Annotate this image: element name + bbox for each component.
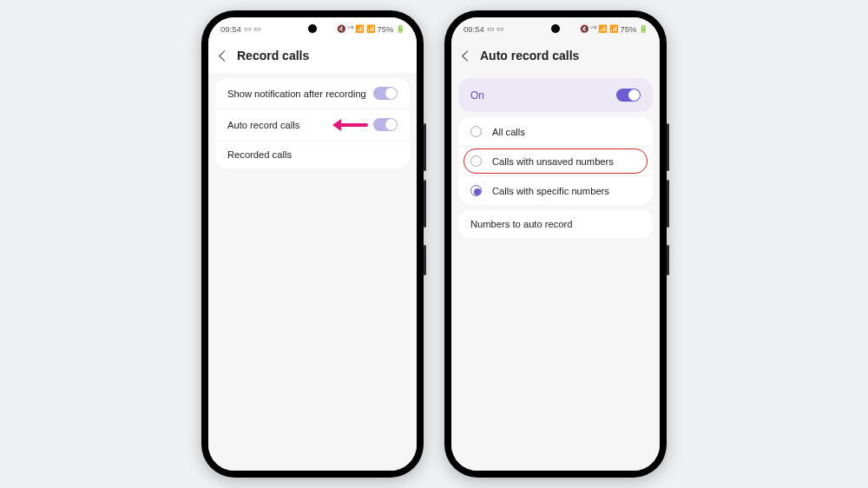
row-numbers-to-record[interactable]: Numbers to auto record (458, 210, 653, 238)
volte-icon: ᵛᵒ (347, 25, 353, 33)
volume-down-button (667, 180, 669, 228)
row-label: Auto record calls (227, 120, 299, 130)
volume-up-button (667, 123, 669, 171)
volume-up-button (424, 123, 426, 171)
power-button (667, 245, 669, 275)
camera-hole (308, 24, 317, 33)
row-show-notification[interactable]: Show notification after recording (215, 78, 410, 109)
signal-icon: 📶 (609, 25, 619, 33)
content-area: Show notification after recording Auto r… (208, 73, 417, 471)
volte-icon: ᵛᵒ (590, 25, 596, 33)
status-time: 09:54 (220, 24, 241, 34)
content-area: On All calls Calls with unsaved numbers … (451, 73, 660, 471)
row-auto-record[interactable]: Auto record calls (215, 109, 410, 140)
status-time: 09:54 (464, 24, 484, 34)
phone-mockup-left: 09:54 ▭ ▭ 🔇 ᵛᵒ 📶 📶 75% 🔋 Record calls Sh… (201, 10, 424, 478)
power-button (424, 245, 426, 275)
titlebar: Record calls (208, 40, 417, 73)
mute-icon: 🔇 (580, 25, 589, 33)
master-toggle-row[interactable]: On (458, 78, 653, 112)
row-label: Recorded calls (227, 149, 292, 160)
battery-percent: 75% (620, 24, 636, 34)
row-label: Numbers to auto record (470, 219, 573, 229)
mute-icon: 🔇 (337, 25, 346, 33)
radio-label: Calls with specific numbers (492, 186, 609, 196)
radio-icon[interactable] (470, 155, 482, 167)
radio-option-unsaved[interactable]: Calls with unsaved numbers (458, 146, 653, 175)
screen-left: 09:54 ▭ ▭ 🔇 ᵛᵒ 📶 📶 75% 🔋 Record calls Sh… (208, 17, 417, 471)
on-label: On (470, 89, 484, 102)
phone-mockup-right: 09:54 ▭ ▭ 🔇 ᵛᵒ 📶 📶 75% 🔋 Auto record cal… (444, 10, 667, 478)
toggle-switch[interactable] (616, 89, 641, 102)
battery-icon: 🔋 (396, 25, 405, 33)
signal-icon: 📶 (355, 25, 365, 33)
page-title: Auto record calls (480, 49, 579, 63)
numbers-card: Numbers to auto record (458, 210, 653, 238)
battery-percent: 75% (377, 24, 393, 34)
radio-label: All calls (492, 127, 525, 137)
row-recorded-calls[interactable]: Recorded calls (215, 140, 410, 168)
status-app-icon: ▭ (244, 25, 252, 33)
volume-down-button (424, 180, 426, 228)
settings-card: Show notification after recording Auto r… (215, 78, 410, 168)
status-app-icon: ▭ (253, 25, 261, 33)
radio-option-all-calls[interactable]: All calls (458, 117, 653, 146)
signal-icon: 📶 (598, 25, 608, 33)
radio-option-specific[interactable]: Calls with specific numbers (458, 175, 653, 205)
radio-icon[interactable] (470, 185, 482, 196)
row-label: Show notification after recording (227, 89, 366, 99)
radio-label: Calls with unsaved numbers (492, 156, 614, 167)
page-title: Record calls (237, 49, 309, 63)
annotation-arrow (339, 123, 368, 127)
back-icon[interactable] (462, 50, 473, 62)
toggle-switch[interactable] (373, 118, 398, 131)
battery-icon: 🔋 (639, 25, 648, 33)
camera-hole (551, 24, 560, 33)
screen-right: 09:54 ▭ ▭ 🔇 ᵛᵒ 📶 📶 75% 🔋 Auto record cal… (451, 17, 660, 471)
status-app-icon: ▭ (487, 25, 495, 33)
radio-options-card: All calls Calls with unsaved numbers Cal… (458, 117, 653, 205)
toggle-switch[interactable] (373, 87, 398, 100)
status-app-icon: ▭ (496, 25, 504, 33)
signal-icon: 📶 (366, 25, 376, 33)
radio-icon[interactable] (470, 126, 482, 137)
back-icon[interactable] (219, 50, 230, 62)
titlebar: Auto record calls (451, 40, 660, 73)
